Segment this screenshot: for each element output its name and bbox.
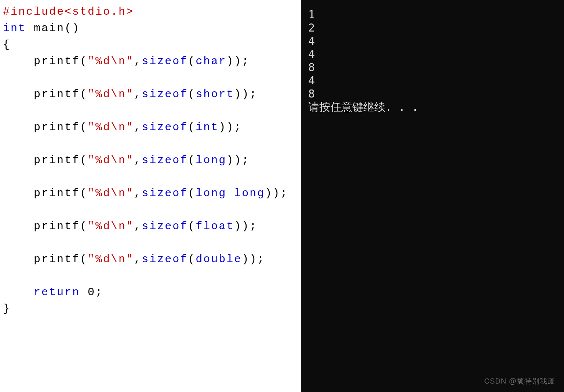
type-float: float bbox=[196, 220, 234, 232]
rparen: ) bbox=[226, 154, 234, 166]
lparen: ( bbox=[80, 253, 88, 265]
comma: , bbox=[134, 253, 142, 265]
type-long: long bbox=[196, 154, 226, 166]
lparen: ( bbox=[80, 220, 88, 232]
semicolon: ; bbox=[257, 253, 265, 265]
string-fmt: %d bbox=[95, 88, 111, 100]
lparen: ( bbox=[188, 187, 196, 199]
semicolon: ; bbox=[242, 55, 250, 67]
literal-zero: 0 bbox=[88, 286, 95, 298]
lparen: ( bbox=[188, 220, 196, 232]
output-line: 4 bbox=[308, 48, 315, 61]
lparen: ( bbox=[188, 154, 196, 166]
string-escape: \n bbox=[111, 121, 126, 133]
string-close: " bbox=[126, 121, 134, 133]
keyword-return: return bbox=[34, 286, 80, 298]
rparen: ) bbox=[226, 55, 234, 67]
output-line: 1 bbox=[308, 8, 315, 21]
string-escape: \n bbox=[111, 154, 126, 166]
rparen: ) bbox=[242, 220, 250, 232]
string-close: " bbox=[126, 220, 134, 232]
rparen: ) bbox=[219, 121, 226, 133]
type-char: char bbox=[196, 55, 226, 67]
lparen: ( bbox=[80, 88, 88, 100]
call-printf: printf bbox=[34, 253, 80, 265]
lparen: ( bbox=[80, 154, 88, 166]
lparen: ( bbox=[80, 187, 88, 199]
rparen: ) bbox=[242, 88, 250, 100]
brace-close: } bbox=[3, 303, 11, 315]
output-line: 4 bbox=[308, 34, 315, 47]
semicolon: ; bbox=[234, 121, 242, 133]
string-escape: \n bbox=[111, 220, 126, 232]
call-printf: printf bbox=[34, 121, 80, 133]
output-line: 8 bbox=[308, 87, 315, 100]
string-fmt: %d bbox=[95, 154, 111, 166]
string-open: " bbox=[88, 121, 95, 133]
lparen: ( bbox=[188, 253, 196, 265]
keyword-sizeof: sizeof bbox=[142, 88, 188, 100]
keyword-sizeof: sizeof bbox=[142, 55, 188, 67]
type-long-long: long long bbox=[196, 187, 265, 199]
comma: , bbox=[134, 154, 142, 166]
string-open: " bbox=[88, 154, 95, 166]
string-close: " bbox=[126, 187, 134, 199]
string-open: " bbox=[88, 55, 95, 67]
string-fmt: %d bbox=[95, 220, 111, 232]
keyword-sizeof: sizeof bbox=[142, 220, 188, 232]
keyword-sizeof: sizeof bbox=[142, 121, 188, 133]
comma: , bbox=[134, 55, 142, 67]
call-printf: printf bbox=[34, 220, 80, 232]
lparen: ( bbox=[188, 55, 196, 67]
console-output: 1 2 4 4 8 4 8 请按任意键继续. . . CSDN @颓特别我废 bbox=[301, 0, 564, 392]
semicolon: ; bbox=[250, 88, 257, 100]
comma: , bbox=[134, 121, 142, 133]
type-int: int bbox=[196, 121, 219, 133]
lparen: ( bbox=[80, 55, 88, 67]
semicolon: ; bbox=[242, 154, 250, 166]
keyword-sizeof: sizeof bbox=[142, 154, 188, 166]
rparen: ) bbox=[234, 88, 242, 100]
string-open: " bbox=[88, 220, 95, 232]
call-printf: printf bbox=[34, 88, 80, 100]
string-escape: \n bbox=[111, 55, 126, 67]
string-fmt: %d bbox=[95, 187, 111, 199]
call-printf: printf bbox=[34, 187, 80, 199]
watermark: CSDN @颓特别我废 bbox=[484, 377, 555, 385]
code-editor: #include<stdio.h> int main() { printf("%… bbox=[0, 0, 301, 392]
semicolon: ; bbox=[95, 286, 103, 298]
string-fmt: %d bbox=[95, 253, 111, 265]
semicolon: ; bbox=[250, 220, 257, 232]
comma: , bbox=[134, 187, 142, 199]
keyword-sizeof: sizeof bbox=[142, 187, 188, 199]
type-double: double bbox=[196, 253, 242, 265]
string-open: " bbox=[88, 253, 95, 265]
call-printf: printf bbox=[34, 154, 80, 166]
function-main: main bbox=[34, 22, 65, 34]
press-any-key-prompt: 请按任意键继续. . . bbox=[308, 100, 418, 113]
rparen: ) bbox=[234, 55, 242, 67]
rparen: ) bbox=[250, 253, 257, 265]
output-line: 8 bbox=[308, 61, 315, 74]
rparen: ) bbox=[273, 187, 280, 199]
string-close: " bbox=[126, 253, 134, 265]
string-escape: \n bbox=[111, 88, 126, 100]
keyword-int: int bbox=[3, 22, 26, 34]
lparen: ( bbox=[80, 121, 88, 133]
rparen: ) bbox=[242, 253, 250, 265]
string-close: " bbox=[126, 55, 134, 67]
string-close: " bbox=[126, 88, 134, 100]
string-open: " bbox=[88, 187, 95, 199]
rparen: ) bbox=[234, 220, 242, 232]
keyword-sizeof: sizeof bbox=[142, 253, 188, 265]
preprocessor-include: #include bbox=[3, 6, 65, 18]
type-short: short bbox=[196, 88, 234, 100]
string-fmt: %d bbox=[95, 121, 111, 133]
semicolon: ; bbox=[280, 187, 288, 199]
brace-open: { bbox=[3, 39, 11, 51]
call-printf: printf bbox=[34, 55, 80, 67]
lparen: ( bbox=[188, 121, 196, 133]
comma: , bbox=[134, 220, 142, 232]
include-header: <stdio.h> bbox=[65, 6, 134, 18]
string-escape: \n bbox=[111, 187, 126, 199]
